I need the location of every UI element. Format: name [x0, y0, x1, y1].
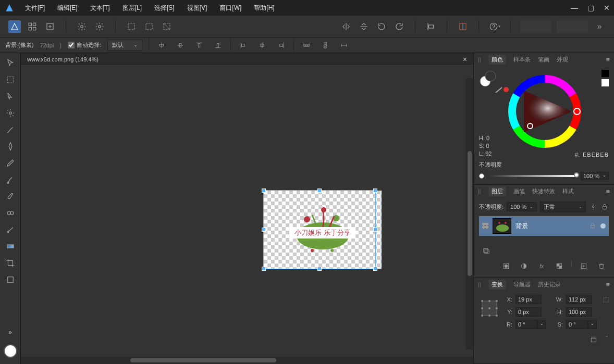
handle-bottom-right[interactable]	[373, 267, 377, 271]
close-button[interactable]: ✕	[604, 4, 610, 12]
snap-icon[interactable]	[457, 20, 469, 33]
transform-dropdown-icon[interactable]: ⌄	[605, 333, 609, 346]
minimize-button[interactable]: —	[571, 4, 578, 12]
r-field[interactable]	[515, 320, 537, 329]
layer-new-pixel-icon[interactable]	[553, 260, 566, 272]
x-field[interactable]	[515, 295, 542, 304]
toolbar-chevron-icon[interactable]: »	[593, 20, 606, 33]
distribute-h-icon[interactable]	[300, 39, 313, 52]
opacity-value-field[interactable]: 100 %⌄	[581, 172, 609, 180]
marquee-dots-icon[interactable]	[125, 20, 138, 33]
layer-visibility-checker-icon[interactable]	[482, 223, 488, 229]
tab-transform[interactable]: 变换	[488, 280, 506, 290]
handle-top-right[interactable]	[373, 189, 377, 193]
w-field[interactable]	[566, 295, 592, 304]
expand-tools-icon[interactable]: »	[8, 329, 12, 336]
transform-action1-icon[interactable]	[587, 333, 600, 346]
opacity-slider[interactable]	[488, 175, 576, 177]
tab-styles[interactable]: 样式	[562, 187, 574, 195]
maximize-button[interactable]: ▢	[587, 4, 594, 12]
color-swap-icon[interactable]	[479, 70, 497, 87]
panel-menu-icon[interactable]: ≡	[606, 187, 610, 195]
align-right-sub-icon[interactable]	[275, 39, 287, 52]
persona-photo-icon[interactable]	[8, 20, 21, 33]
align-hcenter-sub-icon[interactable]	[256, 39, 268, 52]
toolbar-overflow-2[interactable]	[557, 20, 588, 33]
panel-menu-icon[interactable]: ≡	[606, 56, 610, 64]
flip-vertical-icon[interactable]	[358, 20, 370, 33]
layer-visible-dot-icon[interactable]	[600, 223, 606, 229]
eyedropper-tool-icon[interactable]	[3, 190, 18, 203]
grid-icon[interactable]	[26, 20, 39, 33]
pencil-tool-icon[interactable]	[3, 156, 18, 170]
hex-value[interactable]: EBEBEB	[583, 152, 609, 158]
swatch-black[interactable]	[601, 70, 609, 77]
distribute-space-icon[interactable]	[338, 39, 350, 52]
heal-tool-icon[interactable]	[3, 223, 18, 236]
color-wheel[interactable]	[503, 70, 586, 153]
menu-view[interactable]: 视图[V]	[187, 4, 207, 12]
select-all-icon[interactable]	[143, 20, 155, 33]
toolbar-overflow-1[interactable]	[520, 20, 551, 33]
menu-select[interactable]: 选择[S]	[154, 4, 175, 12]
tab-navigator[interactable]: 导航器	[513, 281, 531, 288]
tab-stroke[interactable]: 笔画	[538, 56, 549, 64]
align-center-v-icon[interactable]	[174, 39, 187, 52]
layer-delete-icon[interactable]	[595, 260, 608, 272]
flip-horizontal-icon[interactable]	[340, 20, 352, 33]
align-left-sub-icon[interactable]	[237, 39, 250, 52]
link-wh-icon[interactable]: ⬚	[603, 296, 609, 303]
tab-brushes[interactable]: 画笔	[513, 187, 525, 195]
move-tool-icon[interactable]	[3, 56, 18, 70]
panel-menu-icon[interactable]: ≡	[606, 281, 610, 288]
eyedropper-picker-icon[interactable]	[495, 86, 509, 94]
tab-swatches[interactable]: 样本条	[513, 56, 531, 64]
crop-tool-icon[interactable]	[3, 256, 18, 270]
brush-blue-tool-icon[interactable]	[3, 173, 18, 186]
layer-fx-icon[interactable]	[589, 200, 597, 213]
layer-opacity-field[interactable]: 100 %⌄	[507, 202, 537, 211]
tab-color[interactable]: 颜色	[488, 55, 506, 65]
tab-history[interactable]: 历史记录	[538, 281, 561, 288]
align-top-icon[interactable]	[193, 39, 205, 52]
menu-edit[interactable]: 编辑[E]	[57, 4, 78, 12]
layer-fx2-icon[interactable]: fx	[535, 260, 548, 272]
h-field[interactable]	[566, 307, 592, 317]
rotate-ccw-icon[interactable]	[375, 20, 388, 33]
gradient-tool-icon[interactable]	[3, 240, 18, 253]
layer-locked-icon[interactable]	[589, 222, 596, 230]
close-tab-icon[interactable]: ×	[463, 55, 467, 64]
align-left-icon[interactable]	[425, 20, 437, 33]
rotate-cw-icon[interactable]	[393, 20, 406, 33]
handle-bottom-left[interactable]	[262, 267, 266, 271]
menu-help[interactable]: 帮助[H]	[254, 4, 274, 12]
align-center-h-icon[interactable]	[155, 39, 168, 52]
rectangle-tool-icon[interactable]	[3, 273, 18, 286]
align-bottom-icon[interactable]	[212, 39, 224, 52]
document-tab[interactable]: www.x6d.com.png (149.4%) ×	[21, 53, 473, 66]
node-tool-icon[interactable]	[3, 90, 18, 103]
tab-effects[interactable]: 快速特效	[532, 187, 555, 195]
selection-box[interactable]	[263, 190, 376, 269]
tab-appearance[interactable]: 外观	[557, 56, 568, 64]
deselect-icon[interactable]	[161, 20, 173, 33]
cog-tool-icon[interactable]	[3, 106, 18, 120]
menu-window[interactable]: 窗口[W]	[219, 4, 241, 12]
distribute-v-icon[interactable]	[319, 39, 331, 52]
scrollbar-vertical[interactable]	[466, 78, 473, 349]
scrollbar-horizontal[interactable]	[21, 357, 473, 364]
anchor-selector[interactable]	[479, 298, 500, 319]
y-field[interactable]	[515, 307, 542, 317]
blend-mode-dropdown[interactable]: 正常⌄	[540, 202, 586, 212]
handle-top-center[interactable]	[317, 189, 322, 193]
gear-icon[interactable]	[76, 20, 88, 33]
handle-top-left[interactable]	[262, 189, 266, 193]
autoselect-checkbox[interactable]	[68, 42, 75, 48]
menu-layer[interactable]: 图层[L]	[122, 4, 142, 12]
s-field[interactable]	[566, 320, 588, 329]
handle-bottom-center[interactable]	[317, 267, 322, 271]
menu-text[interactable]: 文本[T]	[90, 4, 110, 12]
canvas-image[interactable]: 小刀娱乐 乐于分享	[264, 191, 382, 269]
foreground-color-swatch[interactable]	[4, 344, 17, 358]
layer-add-icon[interactable]	[578, 260, 590, 272]
